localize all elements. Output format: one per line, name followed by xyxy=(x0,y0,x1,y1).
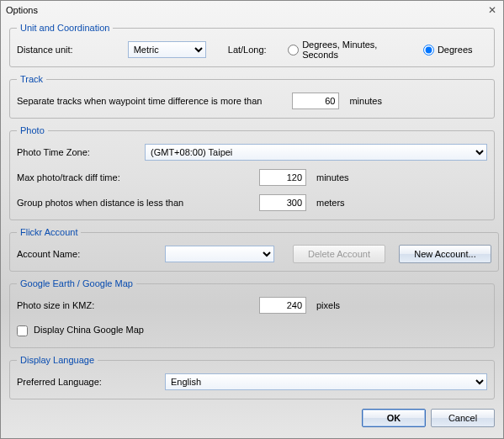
options-dialog: Options ✕ Unit and Coordination Distance… xyxy=(0,0,504,439)
group-flickr: Flickr Account Account Name: Delete Acco… xyxy=(9,227,499,272)
group-photo: Photo Photo Time Zone: (GMT+08:00) Taipe… xyxy=(9,125,495,220)
kmz-size-label: Photo size in KMZ: xyxy=(17,300,252,310)
legend-photo: Photo xyxy=(17,125,48,135)
china-map-checkbox[interactable]: Display China Google Map xyxy=(17,325,144,336)
preferred-language-label: Preferred Language: xyxy=(17,377,158,387)
legend-flickr: Flickr Account xyxy=(17,227,81,237)
preferred-language-select[interactable]: English xyxy=(165,373,487,390)
cancel-button[interactable]: Cancel xyxy=(431,409,495,427)
legend-unit-coordination: Unit and Coordination xyxy=(17,23,113,33)
distance-unit-select[interactable]: Metric xyxy=(128,41,207,58)
group-google-earth-map: Google Earth / Google Map Photo size in … xyxy=(9,278,495,348)
latlong-radio-degrees[interactable]: Degrees xyxy=(423,45,473,56)
legend-display-language: Display Language xyxy=(17,355,98,365)
photo-group-input[interactable] xyxy=(259,194,306,211)
titlebar: Options ✕ xyxy=(1,1,503,19)
kmz-size-unit: pixels xyxy=(316,300,340,310)
legend-google-earth-map: Google Earth / Google Map xyxy=(17,278,136,288)
track-separate-label: Separate tracks when waypoint time diffe… xyxy=(17,96,262,106)
latlong-radio-dms-label: Degrees, Minutes, Seconds xyxy=(302,40,410,60)
track-separate-unit: minutes xyxy=(349,96,382,106)
close-icon[interactable]: ✕ xyxy=(486,4,498,16)
kmz-size-input[interactable] xyxy=(259,297,306,314)
dialog-body: Unit and Coordination Distance unit: Met… xyxy=(1,19,503,405)
latlong-radio-degrees-label: Degrees xyxy=(438,45,473,55)
window-title: Options xyxy=(6,5,38,15)
flickr-new-button[interactable]: New Account... xyxy=(399,245,491,263)
group-unit-coordination: Unit and Coordination Distance unit: Met… xyxy=(9,23,495,67)
flickr-account-label: Account Name: xyxy=(17,249,158,259)
photo-tz-select[interactable]: (GMT+08:00) Taipei xyxy=(145,144,487,161)
photo-group-unit: meters xyxy=(316,198,345,208)
latlong-label: Lat/Long: xyxy=(228,45,267,55)
distance-unit-label: Distance unit: xyxy=(17,45,121,55)
flickr-delete-button[interactable]: Delete Account xyxy=(293,245,385,263)
photo-group-label: Group photos when distance is less than xyxy=(17,198,252,208)
photo-diff-input[interactable] xyxy=(259,169,306,186)
group-display-language: Display Language Preferred Language: Eng… xyxy=(9,355,495,399)
photo-diff-label: Max photo/track diff time: xyxy=(17,172,252,182)
flickr-account-select[interactable] xyxy=(165,246,274,262)
latlong-radio-dms[interactable]: Degrees, Minutes, Seconds xyxy=(288,40,410,60)
photo-diff-unit: minutes xyxy=(316,172,349,182)
track-separate-input[interactable] xyxy=(292,93,339,109)
ok-button[interactable]: OK xyxy=(362,409,426,427)
photo-tz-label: Photo Time Zone: xyxy=(17,147,138,157)
dialog-footer: OK Cancel xyxy=(1,405,503,438)
legend-track: Track xyxy=(17,74,46,84)
china-map-checkbox-label: Display China Google Map xyxy=(34,325,144,335)
group-track: Track Separate tracks when waypoint time… xyxy=(9,74,495,119)
